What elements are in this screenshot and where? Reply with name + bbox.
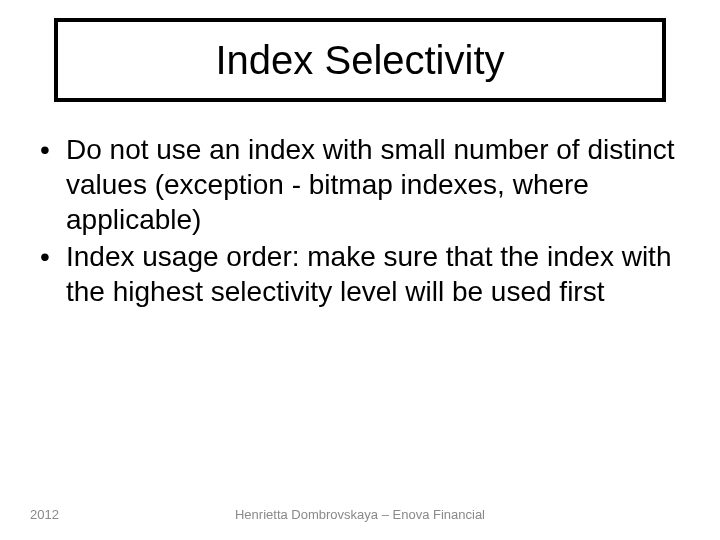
bullet-text: Do not use an index with small number of… <box>66 132 684 237</box>
bullet-icon: • <box>36 239 66 274</box>
footer-author: Henrietta Dombrovskaya – Enova Financial <box>0 507 720 522</box>
list-item: • Index usage order: make sure that the … <box>36 239 684 309</box>
bullet-icon: • <box>36 132 66 167</box>
bullet-text: Index usage order: make sure that the in… <box>66 239 684 309</box>
list-item: • Do not use an index with small number … <box>36 132 684 237</box>
bullet-list: • Do not use an index with small number … <box>36 132 684 311</box>
slide-title: Index Selectivity <box>215 38 504 83</box>
title-box: Index Selectivity <box>54 18 666 102</box>
